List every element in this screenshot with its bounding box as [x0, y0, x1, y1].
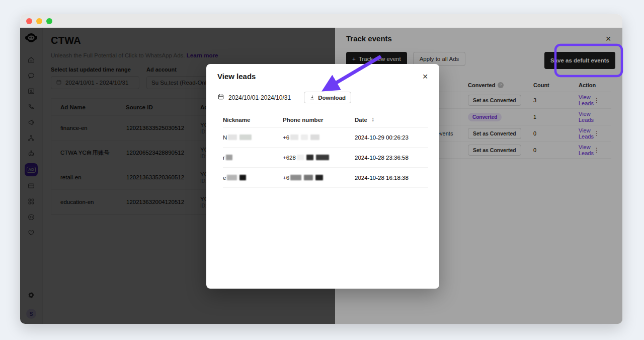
download-button[interactable]: Download: [304, 92, 351, 103]
modal-close-icon[interactable]: ✕: [422, 73, 428, 80]
modal-date-range[interactable]: 2024/10/01-2024/10/31: [228, 94, 291, 101]
app-window: AD S CTWA Unleash the Full Potential of …: [20, 14, 622, 324]
download-icon: [309, 95, 315, 100]
col-nickname: Nickname: [223, 117, 283, 123]
col-phone: Phone number: [283, 117, 355, 123]
col-date: Date: [355, 117, 367, 123]
close-window-button[interactable]: [26, 18, 32, 24]
lead-row: r +628 2024-10-28 23:36:58: [223, 148, 428, 168]
minimize-window-button[interactable]: [36, 18, 42, 24]
lead-row: N +6 2024-10-29 00:26:23: [223, 127, 428, 148]
lead-row: e +6 2024-10-28 16:18:38: [223, 168, 428, 188]
maximize-window-button[interactable]: [46, 18, 52, 24]
window-titlebar: [20, 14, 622, 28]
calendar-icon: [217, 93, 224, 102]
leads-table: Nickname Phone number Date ▲▼ N +6 2024-…: [223, 112, 428, 188]
sort-icon[interactable]: ▲▼: [371, 117, 374, 122]
view-leads-modal: View leads ✕ 2024/10/01-2024/10/31 Downl…: [206, 64, 439, 289]
modal-title: View leads: [217, 72, 256, 81]
